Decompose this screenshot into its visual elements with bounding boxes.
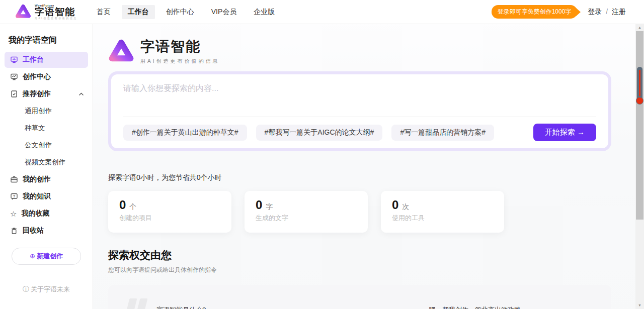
sidebar-item-recycle-bin[interactable]: 回收站	[5, 223, 88, 239]
sidebar-subitem-general-creation[interactable]: 通用创作	[5, 103, 88, 119]
monitor-icon	[10, 56, 18, 64]
stat-cards: 0 个 创建的项目 0 字 生成的文字 0 次	[108, 191, 611, 233]
sidebar-item-recommended-creation[interactable]: 推荐创作	[5, 86, 88, 102]
monitor-chart-icon	[10, 73, 18, 81]
about-link[interactable]: ⓘ关于字语未来	[0, 285, 93, 294]
stats-summary: 探索字语0小时，为您节省共0个小时	[108, 173, 611, 182]
suggestion-chip-huangshan[interactable]: #创作一篇关于黄山出游的种草文#	[123, 125, 247, 141]
sidebar-item-label: 我的知识	[23, 192, 51, 201]
vertical-scrollbar[interactable]: ▲ ▼	[635, 24, 644, 309]
sidebar-item-label: 我的收藏	[21, 209, 49, 218]
sidebar-item-label: 视频文案创作	[25, 158, 65, 167]
sidebar-heading: 我的字语空间	[9, 35, 93, 46]
plus-circle-icon: ⊕	[30, 252, 35, 260]
sidebar-subitem-seeding-article[interactable]: 种草文	[5, 120, 88, 136]
sidebar-item-label: 工作台	[23, 55, 44, 64]
header-nav: 首页 工作台 创作中心 VIP会员 企业版	[91, 5, 281, 19]
stat-card-words: 0 字 生成的文字	[245, 191, 368, 233]
quote-icon	[127, 298, 145, 309]
chevron-up-icon[interactable]	[78, 92, 84, 96]
scroll-up-arrow-icon[interactable]: ▲	[635, 24, 644, 31]
stat-label: 使用的工具	[392, 214, 493, 223]
stat-value: 0	[119, 198, 126, 212]
stat-card-tools: 0 次 使用的工具	[381, 191, 504, 233]
header-logo[interactable]: WordFuture 字语智能 用AI创造更有价值的信息	[15, 4, 77, 21]
info-icon: ⓘ	[23, 285, 29, 293]
login-divider: /	[606, 8, 608, 16]
sidebar-item-label: 推荐创作	[23, 89, 51, 98]
stat-label: 生成的文字	[256, 214, 357, 223]
brand-name: 字语智能	[35, 7, 77, 17]
sidebar-item-workbench[interactable]: 工作台	[5, 52, 88, 68]
promo-arrow-icon	[576, 8, 581, 17]
sidebar-subitem-official-doc[interactable]: 公文创作	[5, 137, 88, 153]
register-link[interactable]: 注册	[612, 8, 626, 16]
stat-value: 0	[392, 198, 398, 212]
briefcase-icon	[10, 175, 18, 183]
nav-home[interactable]: 首页	[91, 5, 117, 19]
scroll-down-arrow-icon[interactable]: ▼	[635, 302, 644, 309]
nav-workbench[interactable]: 工作台	[122, 5, 155, 19]
scrollbar-thumb[interactable]	[636, 31, 643, 220]
stat-label: 创建的项目	[119, 214, 220, 223]
top-navbar: WordFuture 字语智能 用AI创造更有价值的信息 首页 工作台 创作中心…	[0, 0, 644, 24]
sidebar-item-my-creations[interactable]: 我的创作	[5, 171, 88, 187]
suggestion-chip-dessert[interactable]: #写一篇甜品店的营销方案#	[391, 125, 494, 141]
chat-question-icon: ?	[10, 192, 18, 200]
nav-enterprise[interactable]: 企业版	[248, 5, 281, 19]
sidebar-item-label: 我的创作	[23, 175, 51, 184]
search-divider	[123, 117, 596, 117]
sidebar-item-label: 通用创作	[25, 107, 52, 116]
hero-tagline: 用AI创造更有价值的信息	[140, 58, 219, 65]
explore-section-subtitle: 您可以向字语提问或给出具体创作的指令	[108, 266, 611, 274]
suggestion-chips: #创作一篇关于黄山出游的种草文# #帮我写一篇关于AIGC的论文大纲# #写一篇…	[123, 124, 596, 141]
sidebar-item-creation-center[interactable]: 创作中心	[5, 69, 88, 85]
triangle-logo-icon	[108, 38, 134, 64]
hero-brand-name: 字语智能	[140, 37, 219, 56]
explore-section-title: 探索权交由您	[108, 248, 611, 262]
sidebar-item-label: 种草文	[25, 124, 45, 133]
stat-value: 0	[256, 198, 262, 212]
star-icon: ☆	[10, 210, 17, 218]
app-window: WordFuture 字语智能 用AI创造更有价值的信息 首页 工作台 创作中心…	[0, 0, 644, 309]
example-prompts-card: 字语智能是什么? 嘿，帮我创作一篇北京出游攻略	[108, 285, 611, 309]
triangle-logo-icon	[15, 4, 31, 21]
search-input[interactable]	[123, 83, 596, 115]
sidebar-item-my-favorites[interactable]: ☆ 我的收藏	[5, 205, 88, 222]
stat-unit: 字	[266, 202, 273, 212]
main-panel: 字语智能 用AI创造更有价值的信息 #创作一篇关于黄山出游的种草文# #帮我写一…	[93, 24, 644, 309]
sidebar-subitem-video-copy[interactable]: 视频文案创作	[5, 154, 88, 170]
sidebar-item-label: 回收站	[23, 226, 44, 235]
sidebar-item-label: 公文创作	[25, 141, 52, 150]
trash-icon	[10, 227, 18, 235]
promo-badge[interactable]: 登录即可享免费创作1000字	[492, 5, 581, 19]
example-prompt-what-is[interactable]: 字语智能是什么?	[156, 305, 206, 309]
stat-card-projects: 0 个 创建的项目	[108, 191, 231, 233]
scroll-position-indicator	[637, 67, 642, 103]
suggestion-chip-aigc[interactable]: #帮我写一篇关于AIGC的论文大纲#	[256, 125, 383, 141]
nav-creation-center[interactable]: 创作中心	[160, 5, 200, 19]
stat-unit: 次	[402, 202, 409, 212]
promo-text: 登录即可享免费创作1000字	[492, 5, 578, 19]
hero-logo: 字语智能 用AI创造更有价值的信息	[108, 37, 611, 65]
example-prompt-beijing-trip[interactable]: 嘿，帮我创作一篇北京出游攻略	[429, 305, 521, 309]
nav-vip[interactable]: VIP会员	[205, 5, 243, 19]
stat-unit: 个	[129, 202, 136, 212]
brand-tagline-small: 用AI创造更有价值的信息	[35, 17, 77, 20]
login-register: 登录 / 注册	[588, 8, 626, 17]
login-link[interactable]: 登录	[588, 8, 602, 16]
sidebar-item-label: 创作中心	[23, 72, 51, 81]
svg-text:?: ?	[13, 194, 16, 198]
sidebar-item-my-knowledge[interactable]: ? 我的知识	[5, 188, 88, 204]
start-explore-button[interactable]: 开始探索 →	[533, 124, 596, 141]
search-panel: #创作一篇关于黄山出游的种草文# #帮我写一篇关于AIGC的论文大纲# #写一篇…	[108, 71, 611, 151]
new-creation-button[interactable]: ⊕新建创作	[12, 248, 81, 265]
sidebar: 我的字语空间 工作台 创作中心 推荐创作 通用创作 种草文	[0, 24, 93, 309]
doc-check-icon	[10, 90, 18, 98]
